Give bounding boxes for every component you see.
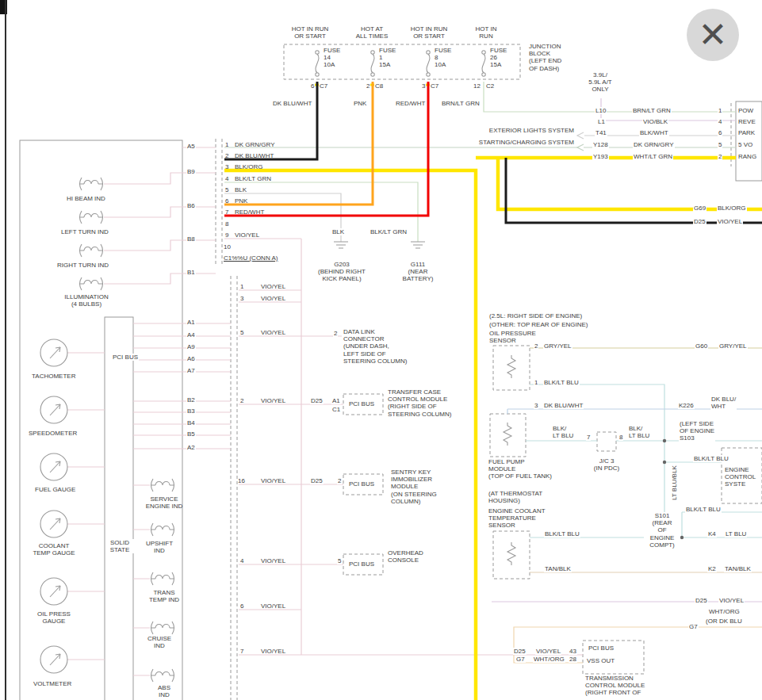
trans-temp-indicator-icon: [151, 572, 174, 585]
fuse-26-icon: [482, 51, 485, 76]
cruise-indicator-icon: [151, 622, 174, 634]
instrument-cluster-box: [20, 140, 182, 700]
abs-indicator-icon: [151, 669, 174, 682]
illumination-indicator-icon: [79, 277, 103, 290]
pci-bus-boxes: [343, 394, 644, 674]
wiring-diagram-canvas: [0, 0, 762, 700]
highlight-wire-g69: [498, 158, 762, 209]
speedometer-gauge-icon: [40, 396, 67, 423]
wire-red-wht: [224, 82, 428, 216]
hi-beam-indicator-icon: [79, 178, 103, 190]
wire-vio-yel-right: [506, 158, 762, 223]
oil-press-gauge-icon: [40, 578, 67, 605]
right-connector: [731, 101, 762, 181]
wire-pnk: [224, 82, 373, 205]
close-icon: ✕: [699, 17, 728, 52]
right-turn-indicator-icon: [79, 244, 103, 257]
upshift-indicator-icon: [151, 523, 174, 536]
splice-dots: [663, 439, 684, 539]
fuel-gauge-icon: [40, 453, 67, 480]
left-turn-indicator-icon: [79, 211, 103, 224]
fuse-8-icon: [427, 51, 430, 76]
coolant-sensor-resistor-icon: [507, 542, 515, 565]
highlight-wire-main: [224, 170, 476, 700]
voltmeter-gauge-icon: [40, 646, 67, 673]
close-button[interactable]: ✕: [687, 9, 739, 61]
window-left-edge: [5, 0, 6, 700]
service-engine-indicator-icon: [151, 479, 174, 492]
wiring-diagram-viewer: HOT IN RUN OR STARTHOT AT ALL TIMESHOT I…: [0, 0, 762, 700]
ground-g203-icon: [334, 242, 348, 248]
fuse-14-icon: [316, 51, 319, 76]
ground-g111-icon: [411, 242, 425, 248]
wires-highlighted: [224, 82, 762, 700]
fuse-1-icon: [371, 51, 374, 76]
cluster-connector-upper: [216, 139, 222, 264]
fuel-pump-resistor-icon: [504, 423, 511, 446]
cluster-connector-lower: [231, 276, 237, 700]
coolant-gauge-icon: [40, 511, 67, 537]
tachometer-gauge-icon: [40, 339, 67, 366]
oil-sensor-resistor-icon: [507, 355, 515, 378]
